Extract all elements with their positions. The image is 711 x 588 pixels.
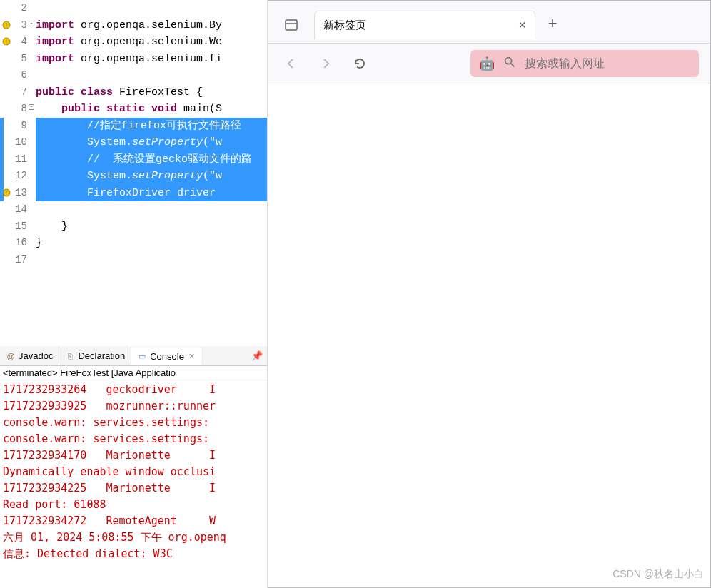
code-line[interactable]: 11 // 系统设置gecko驱动文件的路 xyxy=(0,151,267,168)
code-line[interactable]: 16} xyxy=(0,235,267,252)
console-line: 1717232933925 mozrunner::runner xyxy=(3,398,264,415)
svg-line-9 xyxy=(511,63,515,66)
tab-label: Declaration xyxy=(78,350,125,361)
line-number: 13! xyxy=(0,185,36,202)
new-tab-button[interactable]: + xyxy=(541,14,564,36)
bottom-tabs: @Javadoc ⎘Declaration ▭Console✕ 📌 xyxy=(0,346,267,366)
line-number: 16 xyxy=(0,235,36,252)
line-number: 12 xyxy=(0,168,36,185)
console-line: Read port: 61088 xyxy=(3,497,264,513)
code-line[interactable]: 3!-import org.openqa.selenium.By xyxy=(0,17,267,34)
tab-javadoc[interactable]: @Javadoc xyxy=(0,348,59,364)
line-number: 4! xyxy=(0,34,36,51)
code-line[interactable]: 15 } xyxy=(0,218,267,235)
close-icon[interactable]: ✕ xyxy=(188,352,195,361)
tab-console[interactable]: ▭Console✕ xyxy=(131,347,201,365)
code-line[interactable]: 8- public static void main(S xyxy=(0,101,267,118)
svg-text:!: ! xyxy=(4,190,8,197)
code-line[interactable]: 6 xyxy=(0,67,267,84)
line-number: 10 xyxy=(0,134,36,151)
line-number: 6 xyxy=(0,67,36,84)
svg-rect-6 xyxy=(286,20,297,30)
code-text xyxy=(36,67,267,84)
code-line[interactable]: 7public class FireFoxTest { xyxy=(0,84,267,101)
url-bar[interactable]: 🤖 xyxy=(470,50,699,77)
code-text: import org.openqa.selenium.We xyxy=(36,34,267,51)
line-number: 14 xyxy=(0,201,36,218)
console-line: 1717232934225 Marionette I xyxy=(3,480,264,497)
console-line: 信息: Detected dialect: W3C xyxy=(3,546,264,562)
code-line[interactable]: 14 xyxy=(0,201,267,218)
warning-icon: ! xyxy=(1,36,11,46)
code-text: // 系统设置gecko驱动文件的路 xyxy=(36,151,267,168)
line-number: 5 xyxy=(0,51,36,68)
code-line[interactable]: 9 //指定firefox可执行文件路径 xyxy=(0,118,267,135)
pin-icon[interactable]: 📌 xyxy=(251,350,263,361)
robot-icon: 🤖 xyxy=(479,56,495,71)
code-text: System.setProperty("w xyxy=(36,134,267,151)
console-line: Dynamically enable window occlusi xyxy=(3,464,264,480)
svg-point-8 xyxy=(505,57,512,64)
console-line: console.warn: services.settings: xyxy=(3,415,264,431)
code-text xyxy=(36,0,267,17)
line-number: 17 xyxy=(0,252,36,269)
watermark: CSDN @秋名山小白 xyxy=(612,568,704,581)
line-number: 8- xyxy=(0,101,36,118)
tab-label: Console xyxy=(150,351,184,362)
line-number: 15 xyxy=(0,218,36,235)
ide-panel: 23!-import org.openqa.selenium.By4!impor… xyxy=(0,0,268,588)
javadoc-icon: @ xyxy=(6,351,16,361)
code-line[interactable]: 12 System.setProperty("w xyxy=(0,168,267,185)
code-text: public static void main(S xyxy=(36,101,267,118)
code-line[interactable]: 10 System.setProperty("w xyxy=(0,134,267,151)
code-text: //指定firefox可执行文件路径 xyxy=(36,118,267,135)
console-line: 六月 01, 2024 5:08:55 下午 org.openq xyxy=(3,529,264,546)
warning-icon: ! xyxy=(1,19,11,29)
console-line: console.warn: services.settings: xyxy=(3,431,264,447)
code-text xyxy=(36,252,267,269)
back-button[interactable] xyxy=(280,52,303,75)
tab-label: Javadoc xyxy=(19,350,53,361)
browser-tab[interactable]: 新标签页 × xyxy=(314,11,535,39)
fold-icon[interactable]: - xyxy=(29,21,34,26)
browser-window: 新标签页 × + 🤖 xyxy=(268,0,711,588)
tab-declaration[interactable]: ⎘Declaration xyxy=(59,348,131,364)
close-icon[interactable]: × xyxy=(518,18,526,33)
console-status: <terminated> FireFoxTest [Java Applicati… xyxy=(0,366,267,380)
browser-tabbar: 新标签页 × + xyxy=(268,1,710,44)
svg-text:!: ! xyxy=(4,22,8,29)
fold-icon[interactable]: - xyxy=(29,104,34,110)
code-line[interactable]: 4!import org.openqa.selenium.We xyxy=(0,34,267,51)
line-number: 9 xyxy=(0,118,36,135)
reload-button[interactable] xyxy=(348,52,371,75)
console-output[interactable]: 1717232933264 geckodriver I1717232933925… xyxy=(0,380,267,564)
code-line[interactable]: 5import org.openqa.selenium.fi xyxy=(0,51,267,68)
line-number: 2 xyxy=(0,0,36,17)
svg-text:!: ! xyxy=(4,39,8,46)
code-text: } xyxy=(36,218,267,235)
browser-toolbar: 🤖 xyxy=(268,44,710,83)
code-line[interactable]: 2 xyxy=(0,0,267,17)
code-line[interactable]: 13! FirefoxDriver driver xyxy=(0,185,267,202)
console-line: 1717232933264 geckodriver I xyxy=(3,382,264,398)
code-text: import org.openqa.selenium.fi xyxy=(36,51,267,68)
console-line: 1717232934272 RemoteAgent W xyxy=(3,513,264,529)
code-editor[interactable]: 23!-import org.openqa.selenium.By4!impor… xyxy=(0,0,267,346)
code-text: } xyxy=(36,235,267,252)
sidebar-toggle-icon[interactable] xyxy=(280,14,303,36)
declaration-icon: ⎘ xyxy=(65,351,75,361)
line-number: 11 xyxy=(0,151,36,168)
code-text: System.setProperty("w xyxy=(36,168,267,185)
line-number: 3!- xyxy=(0,17,36,34)
browser-content xyxy=(268,83,710,587)
console-line: 1717232934170 Marionette I xyxy=(3,447,264,464)
code-line[interactable]: 17 xyxy=(0,252,267,269)
tab-title: 新标签页 xyxy=(323,19,366,32)
line-number: 7 xyxy=(0,84,36,101)
code-text: public class FireFoxTest { xyxy=(36,84,267,101)
url-input[interactable] xyxy=(525,57,690,70)
forward-button[interactable] xyxy=(314,52,337,75)
search-icon xyxy=(503,56,516,71)
code-text xyxy=(36,201,267,218)
code-text: import org.openqa.selenium.By xyxy=(36,17,267,34)
